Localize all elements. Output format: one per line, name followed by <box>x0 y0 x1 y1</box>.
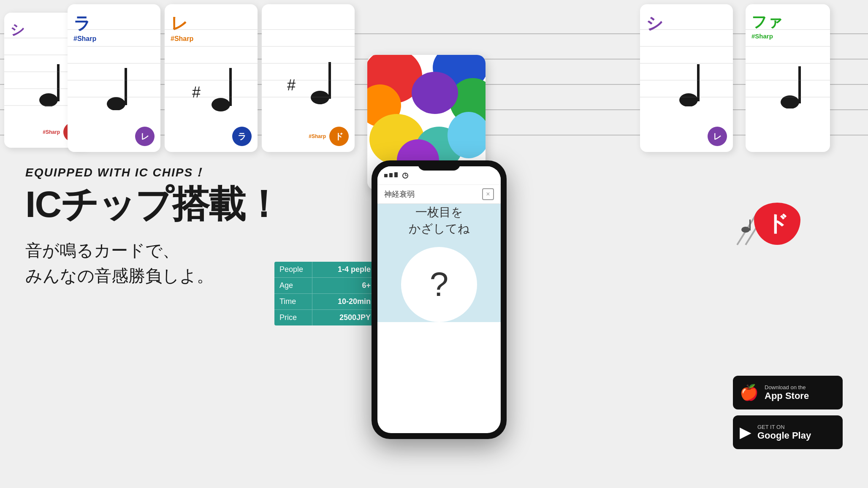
svg-text:#: # <box>192 84 201 101</box>
svg-point-51 <box>679 93 698 106</box>
card-bottom-label-1: #Sharp <box>43 129 60 135</box>
svg-rect-69 <box>749 220 751 230</box>
info-value-price: 2500JPY <box>312 310 376 325</box>
store-buttons: 🍎 Download on the App Store ▶ GET IT ON … <box>733 376 843 449</box>
svg-point-17 <box>107 97 125 110</box>
info-row-0: People 1-4 peple <box>274 262 376 278</box>
card-note-name-5: シ <box>646 12 663 35</box>
info-label-time: Time <box>274 294 312 309</box>
info-label-price: Price <box>274 310 312 325</box>
svg-point-68 <box>741 227 750 233</box>
svg-rect-61 <box>389 173 393 177</box>
note-svg-1 <box>25 56 68 106</box>
info-row-2: Time 10-20min <box>274 294 376 310</box>
info-row-1: Age 6+ <box>274 278 376 294</box>
info-label-age: Age <box>274 278 312 293</box>
svg-text:#: # <box>287 76 296 94</box>
svg-rect-62 <box>394 172 398 177</box>
app-store-main: App Store <box>765 390 809 401</box>
svg-rect-11 <box>57 64 60 101</box>
info-row-3: Price 2500JPY <box>274 310 376 325</box>
music-card-6: ファ #Sharp <box>746 4 830 152</box>
info-value-age: 6+ <box>312 278 376 293</box>
music-card-4: # #Sharp ド <box>262 4 355 152</box>
svg-point-10 <box>39 93 58 106</box>
note-svg-5 <box>665 56 708 106</box>
svg-point-39 <box>412 72 458 114</box>
desc-line1: 音が鳴るカードで、 <box>25 241 179 260</box>
card-note-name-1: シ <box>10 20 25 40</box>
card-sharp-2: #Sharp <box>73 35 96 43</box>
title-ja: ICチップ搭載！ <box>25 184 321 225</box>
phone-game-title: 神経衰弱 <box>384 189 415 199</box>
card-bottom-icon-2: レ <box>135 127 155 146</box>
card-note-name-2: ラ <box>73 12 91 35</box>
phone-instruction: 一枚目をかざしてね <box>409 204 470 237</box>
card-bottom-icon-5: レ <box>708 127 727 146</box>
desc-line2: みんなの音感勝負しよ。 <box>25 266 214 285</box>
svg-rect-59 <box>798 66 801 103</box>
phone-screen: 神経衰弱 × 一枚目をかざしてね ? <box>377 166 501 433</box>
card-sharp-label-4: #Sharp <box>309 133 326 139</box>
app-store-sub: Download on the <box>765 384 809 390</box>
google-play-button[interactable]: ▶ GET IT ON Google Play <box>733 415 843 449</box>
phone-circle: ? <box>401 247 477 322</box>
note-svg-2 <box>93 60 135 110</box>
svg-rect-26 <box>229 68 232 106</box>
google-play-icon: ▶ <box>740 423 751 441</box>
app-store-text: Download on the App Store <box>765 384 809 401</box>
card-bottom-icon-3: ラ <box>232 127 252 146</box>
card-bottom-icon-4: ド <box>329 127 349 146</box>
apple-icon: 🍎 <box>740 384 759 401</box>
phone-notch <box>418 160 460 171</box>
svg-point-33 <box>311 91 329 104</box>
card-sharp-3: #Sharp <box>171 35 193 43</box>
google-play-main: Google Play <box>757 430 811 441</box>
note-svg-3: # <box>188 57 234 112</box>
card-note-name-3: レ <box>171 12 188 35</box>
google-play-text: GET IT ON Google Play <box>757 424 811 441</box>
svg-rect-34 <box>328 62 331 99</box>
card-note-name-6: ファ <box>751 12 783 33</box>
svg-rect-18 <box>125 68 127 105</box>
info-table: People 1-4 peple Age 6+ Time 10-20min Pr… <box>274 262 376 325</box>
svg-rect-60 <box>384 174 388 177</box>
phone-title-bar: 神経衰弱 × <box>377 185 501 204</box>
phone-frame: 神経衰弱 × 一枚目をかざしてね ? <box>372 160 507 439</box>
svg-rect-52 <box>697 64 700 101</box>
info-label-people: People <box>274 262 312 277</box>
svg-point-58 <box>781 95 799 108</box>
note-svg-6 <box>767 58 809 108</box>
music-card-5: シ レ <box>640 4 733 152</box>
card-sharp-6: #Sharp <box>751 33 773 40</box>
google-play-sub: GET IT ON <box>757 424 811 430</box>
phone-content: 一枚目をかざしてね ? <box>377 204 501 322</box>
music-card-2: ラ #Sharp レ <box>68 4 160 152</box>
phone-area: 神経衰弱 × 一枚目をかざしてね ? <box>372 160 524 464</box>
svg-point-25 <box>212 98 230 111</box>
music-card-3: レ #Sharp # ラ <box>165 4 258 152</box>
deco-do-text: ド <box>766 209 789 239</box>
info-value-time: 10-20min <box>312 294 376 309</box>
status-icons <box>384 171 410 180</box>
phone-question-mark: ? <box>430 265 449 304</box>
phone-close-button[interactable]: × <box>482 188 494 200</box>
subtitle-en: EQUIPPED WITH IC CHIPS！ <box>25 165 321 181</box>
note-svg-4: # <box>283 50 334 105</box>
info-value-people: 1-4 peple <box>312 262 376 277</box>
app-store-button[interactable]: 🍎 Download on the App Store <box>733 376 843 409</box>
